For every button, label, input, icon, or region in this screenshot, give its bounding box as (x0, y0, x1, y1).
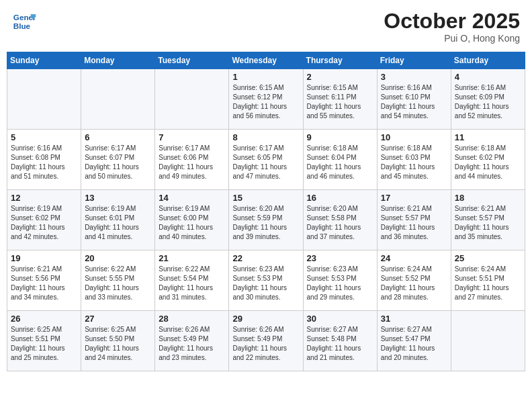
calendar-cell: 11Sunrise: 6:18 AM Sunset: 6:02 PM Dayli… (451, 130, 525, 190)
day-number: 2 (307, 72, 373, 82)
day-number: 6 (85, 132, 151, 142)
calendar-cell (81, 69, 155, 130)
calendar-cell: 26Sunrise: 6:25 AM Sunset: 5:51 PM Dayli… (7, 311, 81, 371)
calendar-cell: 24Sunrise: 6:24 AM Sunset: 5:52 PM Dayli… (377, 250, 451, 311)
calendar-cell (7, 69, 81, 130)
day-number: 17 (381, 193, 447, 203)
day-info: Sunrise: 6:22 AM Sunset: 5:54 PM Dayligh… (159, 265, 225, 302)
day-info: Sunrise: 6:18 AM Sunset: 6:02 PM Dayligh… (455, 144, 521, 181)
day-number: 10 (381, 132, 447, 142)
day-info: Sunrise: 6:15 AM Sunset: 6:11 PM Dayligh… (307, 83, 373, 121)
day-number: 11 (455, 132, 521, 142)
day-info: Sunrise: 6:23 AM Sunset: 5:53 PM Dayligh… (307, 265, 373, 302)
day-info: Sunrise: 6:17 AM Sunset: 6:05 PM Dayligh… (232, 144, 299, 181)
weekday-header: Monday (81, 52, 155, 69)
day-info: Sunrise: 6:24 AM Sunset: 5:51 PM Dayligh… (455, 265, 521, 302)
calendar-cell: 18Sunrise: 6:21 AM Sunset: 5:57 PM Dayli… (451, 190, 525, 250)
calendar-cell: 5Sunrise: 6:16 AM Sunset: 6:08 PM Daylig… (7, 130, 81, 190)
weekday-header: Tuesday (155, 52, 229, 69)
calendar-cell: 13Sunrise: 6:19 AM Sunset: 6:01 PM Dayli… (81, 190, 155, 250)
calendar-cell: 6Sunrise: 6:17 AM Sunset: 6:07 PM Daylig… (81, 130, 155, 190)
calendar-cell: 21Sunrise: 6:22 AM Sunset: 5:54 PM Dayli… (155, 250, 229, 311)
day-number: 8 (232, 132, 299, 142)
day-number: 22 (232, 253, 299, 263)
day-number: 16 (307, 193, 373, 203)
day-info: Sunrise: 6:16 AM Sunset: 6:08 PM Dayligh… (11, 144, 77, 181)
calendar-week-row: 12Sunrise: 6:19 AM Sunset: 6:02 PM Dayli… (7, 190, 525, 250)
calendar-cell: 25Sunrise: 6:24 AM Sunset: 5:51 PM Dayli… (451, 250, 525, 311)
calendar-cell: 8Sunrise: 6:17 AM Sunset: 6:05 PM Daylig… (229, 130, 303, 190)
day-number: 12 (11, 193, 77, 203)
title-block: October 2025 Pui O, Hong Kong (384, 9, 520, 44)
calendar-cell: 7Sunrise: 6:17 AM Sunset: 6:06 PM Daylig… (155, 130, 229, 190)
svg-text:Blue: Blue (13, 21, 31, 30)
day-number: 14 (159, 193, 225, 203)
calendar-cell: 9Sunrise: 6:18 AM Sunset: 6:04 PM Daylig… (303, 130, 377, 190)
day-info: Sunrise: 6:16 AM Sunset: 6:09 PM Dayligh… (455, 83, 521, 121)
day-info: Sunrise: 6:21 AM Sunset: 5:57 PM Dayligh… (455, 204, 521, 242)
logo-icon: General Blue (12, 9, 36, 34)
day-info: Sunrise: 6:23 AM Sunset: 5:53 PM Dayligh… (232, 265, 299, 302)
calendar-cell: 27Sunrise: 6:25 AM Sunset: 5:50 PM Dayli… (81, 311, 155, 371)
calendar-week-row: 5Sunrise: 6:16 AM Sunset: 6:08 PM Daylig… (7, 130, 525, 190)
day-info: Sunrise: 6:25 AM Sunset: 5:50 PM Dayligh… (85, 325, 151, 363)
day-info: Sunrise: 6:20 AM Sunset: 5:59 PM Dayligh… (232, 204, 299, 242)
calendar-week-row: 19Sunrise: 6:21 AM Sunset: 5:56 PM Dayli… (7, 250, 525, 311)
location: Pui O, Hong Kong (384, 33, 520, 44)
day-info: Sunrise: 6:21 AM Sunset: 5:56 PM Dayligh… (11, 265, 77, 302)
calendar-cell: 3Sunrise: 6:16 AM Sunset: 6:10 PM Daylig… (377, 69, 451, 130)
calendar-table: SundayMondayTuesdayWednesdayThursdayFrid… (7, 52, 525, 371)
day-number: 15 (232, 193, 299, 203)
month-title: October 2025 (384, 9, 520, 33)
day-info: Sunrise: 6:27 AM Sunset: 5:48 PM Dayligh… (307, 325, 373, 363)
day-info: Sunrise: 6:17 AM Sunset: 6:06 PM Dayligh… (159, 144, 225, 181)
day-info: Sunrise: 6:25 AM Sunset: 5:51 PM Dayligh… (11, 325, 77, 363)
page-header: General Blue October 2025 Pui O, Hong Ko… (7, 7, 525, 46)
calendar-cell (155, 69, 229, 130)
day-info: Sunrise: 6:21 AM Sunset: 5:57 PM Dayligh… (381, 204, 447, 242)
calendar-cell: 30Sunrise: 6:27 AM Sunset: 5:48 PM Dayli… (303, 311, 377, 371)
calendar-cell: 1Sunrise: 6:15 AM Sunset: 6:12 PM Daylig… (229, 69, 303, 130)
day-number: 26 (11, 314, 77, 324)
day-info: Sunrise: 6:26 AM Sunset: 5:49 PM Dayligh… (159, 325, 225, 363)
calendar-cell: 4Sunrise: 6:16 AM Sunset: 6:09 PM Daylig… (451, 69, 525, 130)
day-number: 5 (11, 132, 77, 142)
day-info: Sunrise: 6:19 AM Sunset: 6:00 PM Dayligh… (159, 204, 225, 242)
calendar-cell: 19Sunrise: 6:21 AM Sunset: 5:56 PM Dayli… (7, 250, 81, 311)
calendar-cell: 17Sunrise: 6:21 AM Sunset: 5:57 PM Dayli… (377, 190, 451, 250)
day-info: Sunrise: 6:18 AM Sunset: 6:03 PM Dayligh… (381, 144, 447, 181)
calendar-week-row: 26Sunrise: 6:25 AM Sunset: 5:51 PM Dayli… (7, 311, 525, 371)
day-number: 3 (381, 72, 447, 82)
calendar-cell: 20Sunrise: 6:22 AM Sunset: 5:55 PM Dayli… (81, 250, 155, 311)
day-number: 21 (159, 253, 225, 263)
day-number: 20 (85, 253, 151, 263)
day-info: Sunrise: 6:19 AM Sunset: 6:01 PM Dayligh… (85, 204, 151, 242)
day-info: Sunrise: 6:24 AM Sunset: 5:52 PM Dayligh… (381, 265, 447, 302)
weekday-header-row: SundayMondayTuesdayWednesdayThursdayFrid… (7, 52, 525, 69)
calendar-cell: 10Sunrise: 6:18 AM Sunset: 6:03 PM Dayli… (377, 130, 451, 190)
day-number: 18 (455, 193, 521, 203)
weekday-header: Saturday (451, 52, 525, 69)
day-number: 30 (307, 314, 373, 324)
day-number: 1 (232, 72, 299, 82)
day-info: Sunrise: 6:16 AM Sunset: 6:10 PM Dayligh… (381, 83, 447, 121)
day-number: 13 (85, 193, 151, 203)
weekday-header: Friday (377, 52, 451, 69)
calendar-cell: 29Sunrise: 6:26 AM Sunset: 5:49 PM Dayli… (229, 311, 303, 371)
calendar-cell: 16Sunrise: 6:20 AM Sunset: 5:58 PM Dayli… (303, 190, 377, 250)
day-info: Sunrise: 6:19 AM Sunset: 6:02 PM Dayligh… (11, 204, 77, 242)
logo: General Blue (12, 9, 36, 34)
day-number: 4 (455, 72, 521, 82)
calendar-cell: 22Sunrise: 6:23 AM Sunset: 5:53 PM Dayli… (229, 250, 303, 311)
weekday-header: Sunday (7, 52, 81, 69)
day-info: Sunrise: 6:18 AM Sunset: 6:04 PM Dayligh… (307, 144, 373, 181)
day-number: 7 (159, 132, 225, 142)
calendar-cell: 2Sunrise: 6:15 AM Sunset: 6:11 PM Daylig… (303, 69, 377, 130)
day-number: 27 (85, 314, 151, 324)
day-number: 28 (159, 314, 225, 324)
calendar-week-row: 1Sunrise: 6:15 AM Sunset: 6:12 PM Daylig… (7, 69, 525, 130)
calendar-cell: 12Sunrise: 6:19 AM Sunset: 6:02 PM Dayli… (7, 190, 81, 250)
calendar-cell: 14Sunrise: 6:19 AM Sunset: 6:00 PM Dayli… (155, 190, 229, 250)
day-number: 24 (381, 253, 447, 263)
calendar-cell: 31Sunrise: 6:27 AM Sunset: 5:47 PM Dayli… (377, 311, 451, 371)
